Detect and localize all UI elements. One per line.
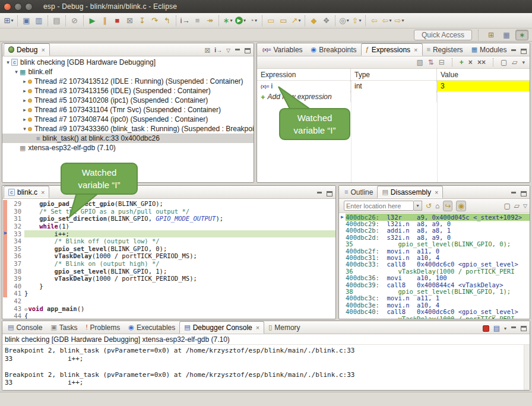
debug-dropdown-icon[interactable]: ▾	[230, 18, 232, 23]
refresh-icon[interactable]: ↺	[426, 202, 432, 210]
annotation-ruler[interactable]: ▶	[2, 230, 9, 237]
fold-marker-icon[interactable]: ⊖	[24, 306, 27, 312]
run-button[interactable]: ▶▾	[234, 14, 247, 27]
disassembly-listing[interactable]: ▶400dbc26: l32r a9, 0x400d045c <_stext+1…	[339, 213, 530, 319]
console-scrollbar[interactable]	[524, 345, 530, 390]
tab-debugger-console[interactable]: ▤Debugger Console×	[179, 321, 264, 334]
external-tools-dropdown-icon[interactable]: ▾	[255, 18, 257, 23]
new-view-icon[interactable]: ▢	[501, 58, 507, 66]
debug-tree-item[interactable]: ▸Thread #6 1073431104 (Tmr Svc) (Suspend…	[2, 105, 254, 115]
last-edit-location-dropdown-icon[interactable]: ▾	[359, 18, 361, 23]
flash-button[interactable]: ↗▾	[290, 14, 302, 27]
editor-minimize-icon[interactable]	[316, 191, 322, 196]
annotation-ruler[interactable]	[2, 297, 9, 305]
tab-breakpoints[interactable]: ◉Breakpoints	[307, 43, 361, 56]
disconnect-button[interactable]: ⊠	[124, 14, 136, 27]
tab-blink-c-close-icon[interactable]: ×	[41, 189, 45, 196]
step-over-button[interactable]: ↷	[148, 14, 161, 27]
debug-tree-item[interactable]: ▸Thread #7 1073408744 (ipc0) (Suspended …	[2, 115, 254, 124]
tree-twisty-icon[interactable]: ▸	[21, 88, 28, 94]
tab-tasks[interactable]: ▣Tasks	[46, 321, 81, 334]
back-button[interactable]: ⇦▾	[381, 14, 393, 27]
tab-outline[interactable]: ≡Outline	[340, 186, 377, 198]
window-minimize-button[interactable]	[14, 3, 22, 11]
debug-tree-item[interactable]: ≡blink_task() at blink.c:33 0x400dbc26	[2, 134, 254, 143]
home-icon[interactable]: ⌂	[435, 202, 439, 210]
debug-button[interactable]: ∗▾	[221, 14, 234, 27]
flash-dropdown-icon[interactable]: ▾	[298, 18, 300, 23]
column-value[interactable]: Value	[437, 69, 530, 80]
tab-modules[interactable]: ▦Modules	[467, 43, 511, 56]
annotation-ruler[interactable]	[2, 245, 9, 253]
track-pc-icon[interactable]: ↪	[443, 201, 452, 211]
console-display-icon[interactable]: ▤	[493, 325, 500, 332]
tab-debug-close-icon[interactable]: ×	[41, 46, 45, 53]
window-maximize-button[interactable]	[25, 3, 33, 11]
annotation-ruler[interactable]	[2, 252, 9, 260]
sort-icon[interactable]: ⇅	[428, 58, 434, 66]
editor-maximize-icon[interactable]	[327, 191, 332, 196]
debug-tree-item[interactable]: ▦xtensa-esp32-elf-gdb (7.10)	[2, 143, 254, 153]
disasm-minimize-icon[interactable]	[511, 191, 517, 196]
forward-dropdown-icon[interactable]: ▾	[401, 18, 404, 23]
save-button[interactable]: ▣	[20, 14, 33, 27]
format-button[interactable]: ◆	[308, 14, 320, 27]
new-button[interactable]: ⊞▾	[2, 14, 15, 27]
tab-expressions[interactable]: ƒExpressions×	[361, 43, 423, 56]
open-project-button[interactable]: ▭	[277, 14, 290, 27]
debug-tree-item[interactable]: ▸Thread #5 1073410208 (ipc1) (Suspended …	[2, 96, 254, 105]
debug-tree-item[interactable]: ▾Thread #9 1073433360 (blink_task : Runn…	[2, 124, 254, 134]
show-types-icon[interactable]: ▧	[416, 58, 423, 66]
debug-tree-item[interactable]: ▾cblink checking [GDB Hardware Debugging…	[2, 58, 254, 67]
console-terminate-icon[interactable]	[483, 325, 489, 332]
tree-twisty-icon[interactable]: ▸	[21, 116, 28, 122]
tab-variables[interactable]: (x)=Variables	[258, 43, 307, 56]
debug-tree-item[interactable]: ▸Thread #3 1073413156 (IDLE) (Suspended …	[2, 86, 254, 96]
last-edit-location-button[interactable]: ⇧▾	[350, 14, 363, 27]
show-source-icon[interactable]: ◉	[456, 201, 466, 211]
collapse-all-icon[interactable]: ⊟	[439, 58, 445, 66]
forward-button[interactable]: ⇨▾	[393, 14, 406, 27]
annotation-ruler[interactable]	[2, 215, 9, 223]
instruction-stepping-icon[interactable]: i→	[214, 47, 222, 53]
new-project-button[interactable]: ▭	[265, 14, 277, 27]
column-type[interactable]: Type	[351, 69, 437, 80]
console-maximize-icon[interactable]	[521, 326, 527, 331]
tree-twisty-icon[interactable]: ▾	[21, 126, 28, 132]
window-close-button[interactable]	[4, 3, 11, 11]
tree-twisty-icon[interactable]: ▸	[21, 97, 28, 103]
remove-all-expressions-icon[interactable]: ××	[477, 58, 486, 66]
external-tools-button[interactable]: ◔▾	[247, 14, 259, 27]
terminate-button[interactable]: ■	[111, 14, 124, 27]
annotation-ruler[interactable]	[2, 275, 9, 283]
console-minimize-icon[interactable]	[511, 326, 517, 331]
disasm-menu-icon[interactable]: ▽	[523, 203, 527, 209]
pin-view-icon[interactable]: ▱	[512, 58, 517, 66]
debug-perspective-button[interactable]: ∗	[515, 30, 528, 40]
tab-registers[interactable]: ≡Registers	[423, 43, 467, 56]
tree-twisty-icon[interactable]: ▾	[5, 59, 11, 65]
resume-button[interactable]: ▶	[86, 14, 99, 27]
run-dropdown-icon[interactable]: ▾	[243, 18, 246, 23]
open-perspective-button[interactable]: ⊞	[484, 30, 498, 40]
back-to-last-button[interactable]: ⇦	[368, 14, 381, 27]
save-all-button[interactable]: ▥	[33, 14, 45, 27]
tab-close-icon[interactable]: ×	[435, 189, 438, 196]
annotation-ruler[interactable]	[2, 200, 9, 208]
view-menu-icon[interactable]: ▽	[226, 48, 230, 53]
tree-twisty-icon[interactable]: ▾	[13, 69, 20, 75]
annotation-ruler[interactable]	[2, 283, 9, 290]
location-input[interactable]: Enter location here	[344, 201, 414, 211]
annotation-ruler[interactable]	[2, 223, 9, 230]
snippets-button[interactable]: ❖	[320, 14, 332, 27]
console-display-dropdown-icon[interactable]: ▾	[504, 326, 506, 331]
expr-maximize-icon[interactable]	[521, 49, 527, 54]
tab-debug[interactable]: Debug ×	[4, 43, 50, 56]
use-step-filters-button[interactable]: ↠	[204, 14, 216, 27]
console-output[interactable]: Breakpoint 2, blink_task (pvParameter=0x…	[2, 345, 530, 390]
show-source-button[interactable]: ≡	[191, 14, 204, 27]
tab-close-icon[interactable]: ×	[414, 46, 417, 53]
add-expression-icon[interactable]: +	[460, 58, 464, 66]
remove-expression-icon[interactable]: ×	[468, 58, 473, 66]
tree-twisty-icon[interactable]: ▸	[21, 78, 28, 84]
